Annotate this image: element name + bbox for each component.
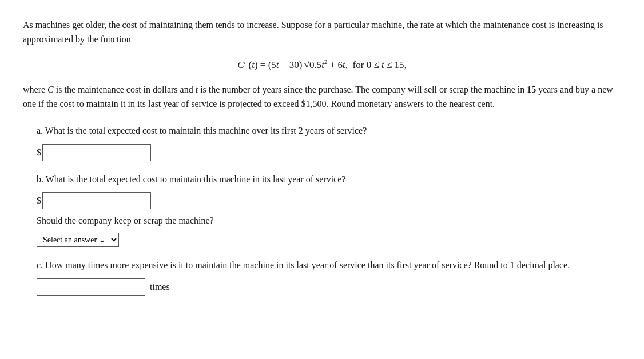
question-a: a. What is the total expected cost to ma… <box>37 124 621 161</box>
intro-paragraph-1: As machines get older, the cost of maint… <box>23 18 621 47</box>
question-a-label: a. What is the total expected cost to ma… <box>37 124 621 138</box>
question-b-input-row: $ <box>37 192 621 209</box>
question-c: c. How many times more expensive is it t… <box>37 258 621 296</box>
times-label: times <box>150 282 170 292</box>
question-a-dollar: $ <box>37 147 41 158</box>
formula-display: C′ (t) = (5t + 30) √0.5t2 + 6t, for 0 ≤ … <box>23 58 621 71</box>
question-b-dollar: $ <box>37 196 41 206</box>
formula-text: C′ (t) = (5t + 30) √0.5t2 + 6t, for 0 ≤ … <box>237 58 407 71</box>
question-a-input-row: $ <box>37 144 621 161</box>
question-b-dropdown[interactable]: Select an answer ⌄ Keep the machine Scra… <box>37 233 119 247</box>
question-b-input[interactable] <box>42 192 151 209</box>
question-b-label: b. What is the total expected cost to ma… <box>37 173 621 187</box>
question-c-label: c. How many times more expensive is it t… <box>37 258 621 273</box>
question-a-input[interactable] <box>42 144 151 161</box>
question-b-sub-label: Should the company keep or scrap the mac… <box>37 214 621 228</box>
intro-paragraph-2: where C is the maintenance cost in dolla… <box>23 83 621 111</box>
question-c-input[interactable] <box>37 278 145 296</box>
question-b: b. What is the total expected cost to ma… <box>37 173 621 248</box>
question-c-input-row: times <box>37 278 621 296</box>
